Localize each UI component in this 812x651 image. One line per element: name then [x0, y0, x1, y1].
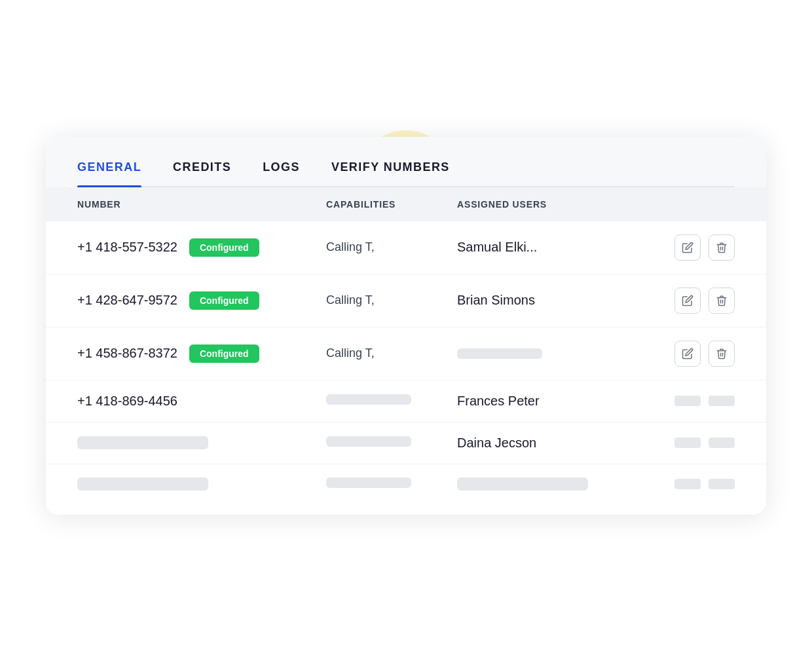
page-container: GENERAL CREDITS LOGS VERIFY NUMBERS NUMB… — [46, 137, 766, 515]
skeleton-user — [457, 477, 588, 491]
phone-number: +1 418-869-4456 — [77, 394, 177, 409]
edit-button[interactable] — [674, 341, 701, 367]
skeleton-phone — [77, 436, 208, 449]
assigned-users-cell — [457, 341, 735, 367]
tab-credits[interactable]: CREDITS — [173, 160, 231, 186]
table-row: +1 428-647-9572 Configured Calling T, Br… — [46, 274, 766, 327]
skeleton-btn — [709, 479, 735, 489]
edit-icon — [682, 348, 693, 360]
skeleton-btn — [709, 437, 735, 448]
table-row: +1 418-557-5322 Configured Calling T, Sa… — [46, 221, 766, 274]
table-row: +1 418-869-4456 Frances Peter — [46, 381, 766, 422]
action-icons — [674, 234, 735, 261]
user-name: Samual Elki... — [457, 240, 537, 255]
skeleton-btn — [709, 396, 735, 406]
action-icons — [674, 479, 735, 489]
configured-badge: Configured — [189, 238, 259, 257]
tabs-section: GENERAL CREDITS LOGS VERIFY NUMBERS — [46, 137, 766, 187]
edit-button[interactable] — [674, 288, 701, 314]
user-name: Brian Simons — [457, 293, 535, 308]
capabilities-cell — [326, 394, 457, 408]
capabilities-cell: Calling T, — [326, 240, 457, 254]
delete-button[interactable] — [709, 234, 735, 261]
edit-icon — [682, 242, 693, 253]
main-card: GENERAL CREDITS LOGS VERIFY NUMBERS NUMB… — [46, 137, 766, 515]
phone-number: +1 458-867-8372 — [77, 346, 177, 361]
trash-icon — [716, 348, 728, 360]
assigned-users-cell: Daina Jecson — [457, 436, 735, 451]
skeleton-btn — [674, 479, 701, 489]
phone-number: +1 428-647-9572 — [77, 293, 177, 308]
trash-icon — [716, 242, 728, 253]
table-row: +1 458-867-8372 Configured Calling T, — [46, 327, 766, 381]
user-name: Frances Peter — [457, 394, 540, 409]
delete-button[interactable] — [709, 288, 735, 314]
capabilities-cell — [326, 436, 457, 450]
tab-verify-numbers[interactable]: VERIFY NUMBERS — [331, 160, 450, 186]
number-cell — [77, 436, 326, 449]
tab-logs[interactable]: LOGS — [263, 160, 300, 186]
number-cell — [77, 477, 326, 491]
skeleton-cap — [326, 436, 411, 447]
number-cell: +1 458-867-8372 Configured — [77, 344, 326, 363]
tabs-bar: GENERAL CREDITS LOGS VERIFY NUMBERS — [77, 160, 735, 187]
skeleton-user — [457, 348, 542, 359]
action-icons — [674, 288, 735, 314]
col-header-assigned-users: ASSIGNED USERS — [457, 199, 735, 210]
assigned-users-cell — [457, 477, 735, 491]
delete-button[interactable] — [709, 341, 735, 367]
col-header-number: NUMBER — [77, 199, 326, 210]
number-cell: +1 418-557-5322 Configured — [77, 238, 326, 257]
skeleton-phone — [77, 477, 208, 491]
action-icons — [674, 437, 735, 448]
assigned-users-cell: Brian Simons — [457, 288, 735, 314]
trash-icon — [716, 295, 728, 307]
number-cell: +1 428-647-9572 Configured — [77, 291, 326, 310]
skeleton-cap — [326, 477, 411, 488]
tab-general[interactable]: GENERAL — [77, 160, 141, 186]
phone-number: +1 418-557-5322 — [77, 240, 177, 255]
skeleton-btn — [674, 437, 701, 448]
action-icons — [674, 341, 735, 367]
number-cell: +1 418-869-4456 — [77, 394, 326, 409]
edit-button[interactable] — [674, 234, 701, 261]
user-name: Daina Jecson — [457, 436, 536, 451]
skeleton-cap — [326, 394, 411, 405]
table-row: Daina Jecson — [46, 422, 766, 464]
table-row — [46, 464, 766, 504]
configured-badge: Configured — [189, 344, 259, 363]
action-icons — [674, 396, 735, 406]
table-header: NUMBER CAPABILITIES ASSIGNED USERS — [46, 187, 766, 221]
configured-badge: Configured — [189, 291, 259, 310]
capabilities-cell — [326, 477, 457, 491]
assigned-users-cell: Samual Elki... — [457, 234, 735, 261]
col-header-capabilities: CAPABILITIES — [326, 199, 457, 210]
assigned-users-cell: Frances Peter — [457, 394, 735, 409]
skeleton-btn — [674, 396, 701, 406]
table-section: NUMBER CAPABILITIES ASSIGNED USERS +1 41… — [46, 187, 766, 515]
capabilities-cell: Calling T, — [326, 346, 457, 360]
edit-icon — [682, 295, 693, 307]
capabilities-cell: Calling T, — [326, 293, 457, 307]
